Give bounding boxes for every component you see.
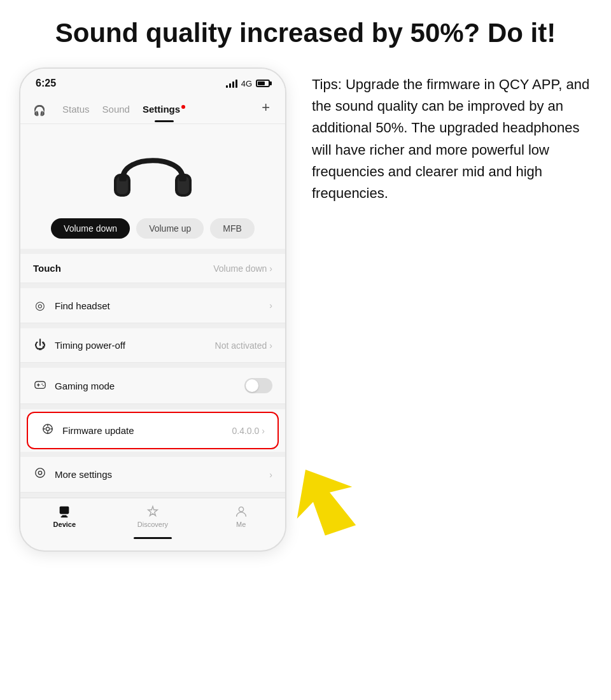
svg-point-12 — [46, 428, 49, 431]
gaming-mode-label: Gaming mode — [55, 381, 244, 391]
home-indicator — [134, 537, 172, 539]
svg-point-18 — [38, 472, 41, 475]
page-title: Sound quality increased by 50%? Do it! — [0, 0, 611, 61]
timing-power-value: Not activated — [215, 340, 267, 351]
svg-point-22 — [239, 507, 243, 512]
divider-3 — [20, 323, 285, 328]
tips-area: Tips: Upgrade the firmware in QCY APP, a… — [306, 67, 592, 204]
me-nav-icon — [234, 505, 248, 519]
touch-row[interactable]: Touch Volume down › — [20, 254, 285, 283]
svg-point-9 — [41, 383, 43, 384]
status-time: 6:25 — [36, 78, 56, 89]
divider-6 — [20, 452, 285, 457]
firmware-update-icon — [41, 423, 55, 438]
more-settings-icon — [33, 467, 47, 482]
mfb-button[interactable]: MFB — [210, 218, 255, 239]
timing-power-off-row[interactable]: ⏻ Timing power-off Not activated › — [20, 328, 285, 363]
svg-rect-19 — [60, 507, 69, 514]
divider-4 — [20, 363, 285, 368]
timing-power-icon: ⏻ — [33, 339, 47, 352]
touch-label: Touch — [33, 263, 213, 274]
svg-rect-5 — [179, 174, 186, 181]
firmware-update-label: Firmware update — [62, 425, 232, 436]
firmware-update-row[interactable]: Firmware update 0.4.0.0 › — [27, 412, 279, 449]
tab-settings[interactable]: Settings — [136, 99, 192, 122]
headphone-image — [105, 137, 200, 207]
yellow-arrow-container — [274, 458, 376, 541]
volume-down-button[interactable]: Volume down — [51, 218, 130, 239]
gaming-mode-icon — [33, 379, 47, 393]
gaming-mode-toggle[interactable] — [244, 378, 272, 393]
volume-buttons-row: Volume down Volume up MFB — [20, 213, 285, 249]
more-settings-row[interactable]: More settings › — [20, 457, 285, 493]
svg-marker-23 — [278, 458, 370, 541]
battery-icon — [256, 80, 270, 87]
bottom-nav-me[interactable]: Me — [219, 505, 263, 528]
divider-2 — [20, 283, 285, 288]
yellow-arrow-icon — [274, 458, 376, 541]
divider-7 — [20, 493, 285, 498]
bottom-nav-device[interactable]: Device — [42, 505, 87, 528]
svg-rect-4 — [119, 174, 127, 181]
device-nav-icon — [57, 505, 71, 519]
timing-power-chevron-icon: › — [269, 340, 272, 351]
find-headset-label: Find headset — [55, 300, 269, 311]
device-nav-label: Device — [53, 521, 76, 528]
divider-5 — [20, 404, 285, 409]
app-tabs: 🎧 Status Sound Settings + — [20, 94, 285, 124]
tab-sound[interactable]: Sound — [96, 99, 136, 122]
tab-status[interactable]: Status — [56, 99, 96, 122]
firmware-update-chevron-icon: › — [262, 426, 265, 436]
headphone-image-area — [20, 124, 285, 213]
find-headset-chevron-icon: › — [269, 300, 272, 311]
bottom-nav: Device Discovery Me — [20, 498, 285, 532]
more-settings-chevron-icon: › — [269, 470, 272, 480]
status-bar: 6:25 4G — [20, 69, 285, 94]
svg-point-17 — [36, 468, 45, 477]
more-settings-label: More settings — [55, 469, 269, 480]
divider-1 — [20, 249, 285, 254]
tips-text: Tips: Upgrade the firmware in QCY APP, a… — [312, 74, 592, 204]
find-headset-icon: ◎ — [33, 298, 47, 312]
signal-bars-icon — [226, 80, 237, 88]
discovery-nav-icon — [146, 505, 160, 519]
find-headset-row[interactable]: ◎ Find headset › — [20, 288, 285, 323]
firmware-update-value: 0.4.0.0 — [232, 426, 260, 436]
discovery-nav-label: Discovery — [137, 521, 168, 528]
touch-value: Volume down — [213, 263, 267, 274]
timing-power-label: Timing power-off — [55, 340, 215, 351]
gaming-mode-row[interactable]: Gaming mode — [20, 368, 285, 404]
svg-rect-21 — [61, 517, 68, 518]
bottom-nav-discovery[interactable]: Discovery — [130, 505, 175, 528]
touch-chevron-icon: › — [269, 263, 272, 274]
settings-notification-dot — [181, 105, 185, 109]
add-tab-button[interactable]: + — [259, 97, 272, 123]
phone-mockup: 6:25 4G 🎧 Status Sound Settings — [19, 67, 286, 552]
me-nav-label: Me — [236, 521, 246, 528]
svg-rect-6 — [35, 381, 45, 388]
volume-up-button[interactable]: Volume up — [136, 218, 204, 239]
svg-point-10 — [43, 385, 44, 386]
headphone-tab-icon[interactable]: 🎧 — [33, 104, 46, 116]
network-label: 4G — [241, 79, 252, 88]
status-icons: 4G — [226, 79, 270, 88]
